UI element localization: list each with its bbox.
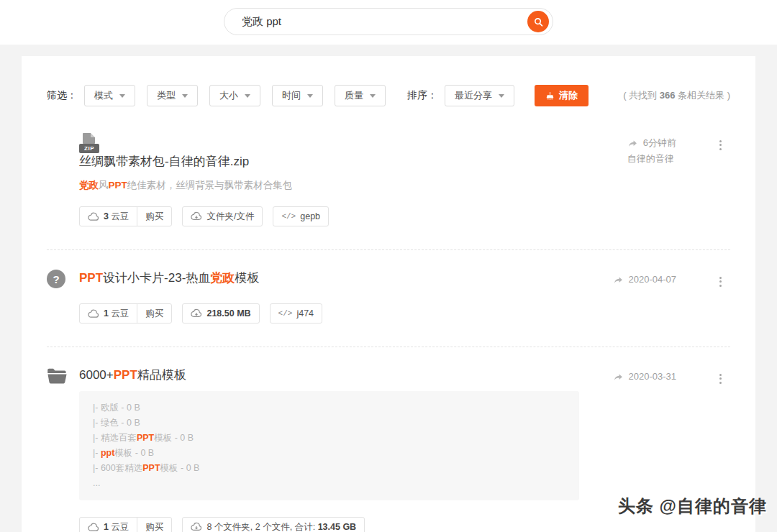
code-icon: </> — [281, 212, 296, 221]
file-info-label: 218.50 MB — [206, 308, 250, 318]
result-meta: 2020-04-07 — [613, 272, 677, 288]
filter-bar: 筛选： 模式 类型 大小 时间 质量 排序： 最 — [47, 85, 730, 106]
cloud-icon — [88, 523, 99, 532]
chevron-down-icon — [307, 94, 313, 98]
cloud-download-icon — [191, 211, 202, 221]
price-segment: 1 云豆 — [80, 304, 137, 323]
price-segment: 1 云豆 — [80, 518, 137, 532]
filter-dropdown-mode[interactable]: 模式 — [84, 85, 135, 106]
folder-icon — [47, 367, 68, 387]
price-label: 3 云豆 — [104, 211, 129, 223]
price-pill: 1 云豆 购买 — [79, 517, 172, 532]
code-label: j474 — [296, 308, 314, 318]
filter-dropdown-label: 时间 — [282, 89, 301, 102]
file-list-item: |- 600套精选PPT模板 - 0 B — [93, 461, 565, 476]
sort-label: 排序： — [407, 89, 437, 102]
file-list-item: |- 绿色 - 0 B — [93, 416, 565, 431]
price-pill: 3 云豆 购买 — [79, 206, 172, 226]
price-pill: 1 云豆 购买 — [79, 303, 172, 324]
sort-dropdown[interactable]: 最近分享 — [445, 85, 514, 106]
chevron-down-icon — [119, 94, 125, 98]
share-time: 2020-03-31 — [613, 369, 677, 385]
filter-dropdown-label: 模式 — [94, 89, 113, 102]
price-label: 1 云豆 — [104, 521, 129, 532]
file-list-item: |- 欧版 - 0 B — [93, 400, 565, 416]
result-description: 党政风PPT绝佳素材，丝绸背景与飘带素材合集包 — [79, 178, 604, 192]
buy-button[interactable]: 购买 — [137, 207, 171, 226]
cloud-icon — [88, 309, 99, 318]
result-title[interactable]: 6000+PPT精品模板 — [79, 367, 604, 384]
filter-dropdown-quality[interactable]: 质量 — [335, 85, 386, 106]
kebab-menu-icon[interactable] — [715, 137, 726, 153]
file-list-box: |- 欧版 - 0 B |- 绿色 - 0 B |- 精选百套PPT模板 - 0… — [79, 391, 579, 500]
share-time-label: 2020-04-07 — [629, 272, 677, 288]
result-row: ZIP 丝绸飘带素材包-自律的音律.zip 党政风PPT绝佳素材，丝绸背景与飘带… — [47, 133, 730, 226]
filter-label: 筛选： — [47, 89, 77, 102]
search-button[interactable] — [527, 11, 549, 32]
result-row: ? PPT设计小卡片-23-热血党政模板 1 云豆 购买 — [47, 270, 730, 324]
sort-dropdown-value: 最近分享 — [455, 89, 492, 102]
share-time: 2020-04-07 — [613, 272, 677, 288]
file-info-label: 文件夹/文件 — [206, 211, 254, 223]
question-icon: ? — [47, 270, 65, 288]
result-meta: 2020-03-31 — [613, 369, 677, 385]
file-info-label: 8 个文件夹, 2 个文件, 合计: 13.45 GB — [206, 521, 356, 532]
magnifier-icon — [533, 17, 544, 27]
file-list-item: |- 精选百套PPT模板 - 0 B — [93, 431, 565, 446]
result-tags: 1 云豆 购买 218.50 MB — [79, 303, 604, 324]
share-time-label: 2020-03-31 — [629, 369, 677, 385]
watermark: 头条 @自律的音律 — [618, 495, 767, 518]
filter-dropdown-size[interactable]: 大小 — [209, 85, 260, 106]
clear-filters-button[interactable]: 清除 — [535, 85, 589, 106]
result-author: 自律的音律 — [627, 151, 676, 167]
share-time: 6分钟前 — [627, 135, 676, 151]
clear-button-label: 清除 — [559, 89, 578, 102]
filter-dropdown-label: 大小 — [219, 89, 238, 102]
filter-dropdown-type[interactable]: 类型 — [147, 85, 198, 106]
results-card: 筛选： 模式 类型 大小 时间 质量 排序： 最 — [22, 56, 755, 532]
search-input[interactable] — [242, 16, 527, 28]
file-info-pill: 218.50 MB — [182, 303, 259, 324]
forward-arrow-icon — [613, 275, 624, 285]
filter-dropdown-label: 质量 — [345, 89, 363, 102]
chevron-down-icon — [370, 94, 376, 98]
code-pill: </> j474 — [270, 303, 322, 324]
buy-button[interactable]: 购买 — [137, 304, 171, 323]
result-tags: 1 云豆 购买 8 个文件夹, 2 个文件, 合计: 13.45 GB — [79, 517, 604, 532]
search-box — [224, 8, 553, 35]
forward-arrow-icon — [613, 372, 624, 382]
result-title[interactable]: PPT设计小卡片-23-热血党政模板 — [79, 270, 604, 287]
file-list-ellipsis: ... — [93, 476, 565, 491]
kebab-menu-icon[interactable] — [715, 370, 726, 387]
page-header — [0, 0, 777, 45]
price-segment: 3 云豆 — [80, 207, 137, 226]
result-meta: 6分钟前 自律的音律 — [627, 135, 676, 167]
result-count: ( 共找到 366 条相关结果 ) — [623, 89, 730, 102]
filter-dropdown-label: 类型 — [157, 89, 176, 102]
code-label: gepb — [300, 211, 320, 221]
result-title[interactable]: 丝绸飘带素材包-自律的音律.zip — [79, 153, 604, 170]
forward-arrow-icon — [627, 139, 638, 148]
file-list-item: |- ppt模板 - 0 B — [93, 446, 565, 461]
share-time-label: 6分钟前 — [643, 135, 676, 151]
divider — [47, 249, 730, 250]
chevron-down-icon — [245, 94, 250, 98]
chevron-down-icon — [499, 94, 504, 98]
kebab-menu-icon[interactable] — [715, 273, 726, 290]
zip-file-icon: ZIP — [79, 133, 101, 153]
broom-icon — [545, 91, 555, 101]
code-icon: </> — [278, 309, 293, 318]
code-pill: </> gepb — [273, 206, 329, 226]
file-info-pill: 文件夹/文件 — [182, 206, 263, 226]
file-info-pill: 8 个文件夹, 2 个文件, 合计: 13.45 GB — [182, 517, 365, 532]
cloud-icon — [88, 212, 99, 221]
price-label: 1 云豆 — [104, 308, 129, 320]
divider — [47, 347, 730, 347]
result-tags: 3 云豆 购买 文件夹/文件 — [79, 206, 604, 226]
buy-button[interactable]: 购买 — [137, 518, 171, 532]
cloud-download-icon — [191, 522, 202, 532]
cloud-download-icon — [191, 308, 202, 318]
chevron-down-icon — [182, 94, 188, 98]
page-background: 筛选： 模式 类型 大小 时间 质量 排序： 最 — [0, 45, 777, 532]
filter-dropdown-time[interactable]: 时间 — [272, 85, 323, 106]
